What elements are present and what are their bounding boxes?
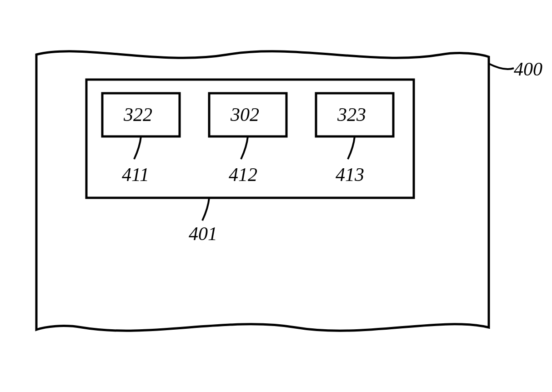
box-3-value: 323 (337, 104, 366, 126)
leader-box-3 (348, 136, 355, 159)
leader-container (202, 198, 209, 221)
box-1-ref: 411 (122, 164, 149, 186)
box-2-value: 302 (231, 104, 259, 126)
leader-box-2 (241, 136, 248, 159)
outer-ref-label: 400 (514, 58, 542, 80)
leader-outer (489, 64, 514, 69)
box-3-ref: 413 (336, 164, 364, 186)
leader-box-1 (134, 136, 141, 159)
container-ref-label: 401 (189, 223, 217, 245)
box-2-ref: 412 (229, 164, 257, 186)
diagram-canvas (0, 0, 552, 392)
box-1-value: 322 (124, 104, 152, 126)
